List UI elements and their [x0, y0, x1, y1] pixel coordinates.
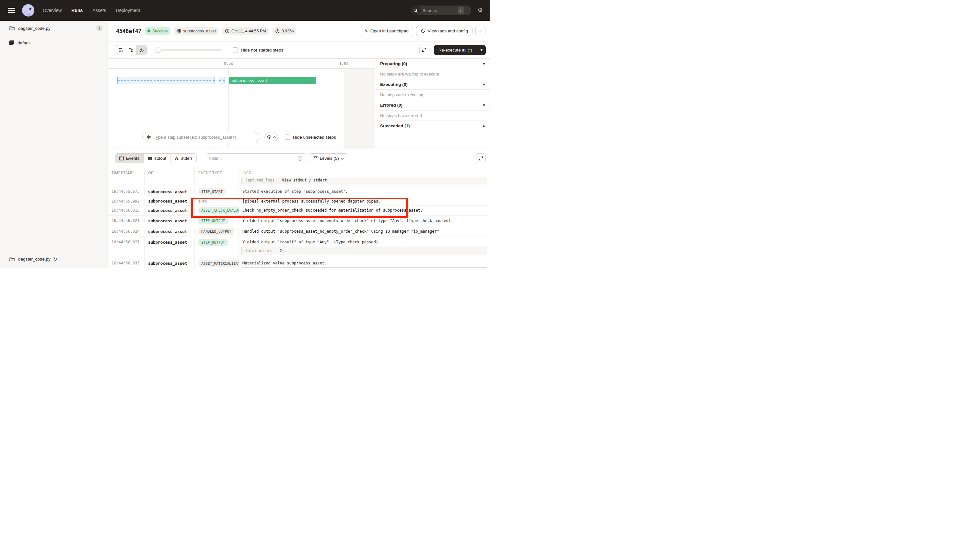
tick-0-5s: 0.5s	[224, 61, 233, 66]
asset-grid-icon	[177, 29, 181, 33]
metadata-key: captured_logs	[242, 178, 278, 184]
status-label: Success	[152, 29, 167, 33]
status-badge[interactable]: Success	[145, 27, 170, 35]
log-filter-input[interactable]	[209, 156, 298, 161]
metadata-table-partial	[242, 267, 487, 268]
reexecute-all-button[interactable]: Re-execute all (*)	[434, 48, 477, 52]
gantt-controls: Hide unselected steps	[108, 132, 375, 142]
zoom-slider-thumb[interactable]	[156, 47, 161, 53]
events-table-icon	[119, 156, 124, 161]
step-status-panel: Preparing (0) ▼ No steps are waiting to …	[375, 59, 490, 148]
footer-code-location-label: dagster_code.py	[18, 257, 51, 261]
log-info: Started execution of step "subprocess_as…	[239, 189, 490, 194]
start-time-tag[interactable]: Oct 11, 4:44:55 PM	[222, 27, 269, 35]
reload-icon[interactable]: ↻	[53, 256, 57, 262]
log-op: subprocess_asset	[145, 189, 195, 194]
dagster-run-page: Overview Runs Assets Deployment / ⚙ dags…	[0, 0, 490, 268]
nav-item-runs[interactable]: Runs	[71, 8, 83, 13]
nav-items: Overview Runs Assets Deployment	[43, 8, 140, 13]
log-table-body: captured_logs View stdout / stderr 16:44…	[108, 178, 490, 268]
expand-logs-button[interactable]	[476, 153, 486, 163]
zoom-slider[interactable]	[156, 49, 222, 51]
hide-unselected-checkbox-row[interactable]: Hide unselected steps	[285, 135, 336, 140]
step-bar-subprocess-asset[interactable]: subprocess_asset	[229, 77, 316, 84]
panel-section-errored[interactable]: Errored (0) ▼	[375, 100, 490, 110]
metadata-value-link[interactable]: View stdout / stderr	[278, 178, 487, 184]
hide-not-started-checkbox[interactable]	[233, 47, 238, 52]
log-row[interactable]: 16:44:55.992 subprocess_asset INFO [pipe…	[108, 197, 490, 205]
layers-icon	[267, 135, 272, 139]
run-actions-dropdown-button[interactable]	[476, 26, 485, 36]
panel-section-succeeded[interactable]: Succeeded (1) ▶	[375, 121, 490, 131]
metadata-value: 2	[276, 247, 487, 255]
panel-section-executing[interactable]: Executing (0) ▼	[375, 80, 490, 90]
log-row[interactable]: 16:44:56.021 subprocess_asset STEP_OUTPU…	[108, 215, 490, 226]
flat-view-icon	[119, 48, 124, 52]
gear-icon[interactable]: ⚙	[478, 8, 483, 13]
events-toolbar: Events stdout stderr Levels (5)	[115, 153, 486, 163]
tab-events[interactable]: Events	[115, 154, 143, 163]
check-name-link[interactable]: no_empty_order_check	[256, 208, 303, 213]
open-in-launchpad-button[interactable]: ✎ Open in Launchpad	[360, 26, 413, 36]
log-row[interactable]: 16:44:56.027 subprocess_asset STEP_OUTPU…	[108, 237, 490, 258]
col-info: INFO	[239, 167, 490, 178]
dagster-logo[interactable]	[22, 4, 34, 16]
waterfall-view-button[interactable]	[126, 45, 137, 55]
log-op: subprocess_asset	[145, 229, 195, 234]
log-info: [pipes] external process successfully op…	[239, 199, 490, 204]
timed-view-button[interactable]	[137, 45, 146, 55]
log-row-partial[interactable]: captured_logs View stdout / stderr	[108, 178, 490, 186]
log-row[interactable]: 16:44:56.033 subprocess_asset ASSET_MATE…	[108, 258, 490, 268]
sidebar-item-code-location[interactable]: dagster_code.py 1	[0, 21, 108, 36]
clear-filter-icon[interactable]	[298, 156, 303, 161]
nav-item-deployment[interactable]: Deployment	[116, 8, 140, 13]
log-info: Check no_empty_order_check succeeded for…	[239, 208, 490, 213]
hide-unselected-checkbox[interactable]	[285, 135, 290, 140]
expand-gantt-button[interactable]	[419, 45, 430, 55]
log-row-asset-check[interactable]: 16:44:56.015 subprocess_asset ASSET_CHEC…	[108, 205, 490, 215]
asset-tag[interactable]: subprocess_asset	[174, 27, 219, 35]
levels-dropdown-button[interactable]: Levels (5)	[309, 153, 348, 163]
asset-tag-label: subprocess_asset	[183, 29, 216, 33]
hide-not-started-checkbox-row[interactable]: Hide not started steps	[233, 47, 283, 52]
chevron-down-icon	[340, 156, 344, 159]
asset-name-link[interactable]: subprocess_asset	[383, 208, 421, 213]
left-sidebar: dagster_code.py 1 default dagster_code.p…	[0, 21, 108, 268]
nav-item-assets[interactable]: Assets	[92, 8, 106, 13]
sidebar-item-label: dagster_code.py	[18, 26, 51, 31]
event-type-pill: STEP_START	[198, 188, 226, 195]
step-subset-input[interactable]	[154, 135, 255, 140]
search-input[interactable]	[423, 8, 458, 13]
section-label: Executing (0)	[380, 82, 408, 87]
panel-section-preparing[interactable]: Preparing (0) ▼	[375, 59, 490, 69]
triangle-down-icon: ▼	[483, 83, 485, 86]
log-row[interactable]: 16:44:56.024 subprocess_asset HANDLED_OU…	[108, 226, 490, 237]
search-box[interactable]: /	[411, 5, 471, 15]
levels-label: Levels (5)	[320, 156, 339, 161]
sidebar-item-default-job[interactable]: default	[0, 36, 108, 49]
waterfall-view-icon	[129, 48, 134, 52]
log-timestamp: 16:44:55.992	[108, 199, 145, 204]
tab-stderr[interactable]: stderr	[170, 154, 196, 163]
flat-view-button[interactable]	[116, 45, 126, 55]
duration-label: 0.935s	[282, 29, 294, 33]
waiting-bar-segment	[219, 77, 225, 84]
reexecute-dropdown-caret-icon[interactable]: ▼	[477, 49, 486, 51]
waiting-bar	[117, 77, 215, 84]
nav-item-overview[interactable]: Overview	[43, 8, 62, 13]
op-selector-icon	[146, 135, 151, 139]
hamburger-menu-icon[interactable]	[8, 8, 15, 13]
log-op: subprocess_asset	[145, 208, 195, 213]
chevron-up-icon	[273, 136, 276, 139]
log-row[interactable]: 16:44:55.673 subprocess_asset STEP_START…	[108, 186, 490, 197]
log-timestamp: 16:44:56.021	[108, 218, 145, 223]
log-info: Yielded output "subprocess_asset_no_empt…	[239, 218, 490, 223]
run-id: 4548ef47	[116, 28, 141, 34]
tab-stdout[interactable]: stdout	[143, 154, 170, 163]
expand-icon	[479, 156, 483, 161]
duration-tag[interactable]: 0.935s	[272, 27, 297, 35]
graph-query-toggle-button[interactable]	[264, 132, 278, 142]
tab-label: stdout	[154, 156, 166, 161]
view-tags-button-label: View tags and config	[428, 29, 468, 33]
view-tags-config-button[interactable]: View tags and config	[416, 26, 473, 36]
